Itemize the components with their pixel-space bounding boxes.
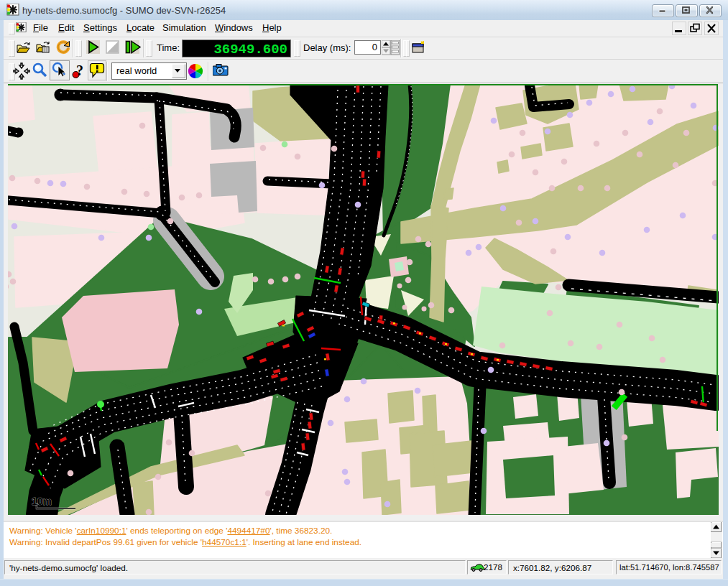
svg-text:10m: 10m	[32, 496, 52, 507]
svg-text:?: ?	[76, 62, 83, 78]
